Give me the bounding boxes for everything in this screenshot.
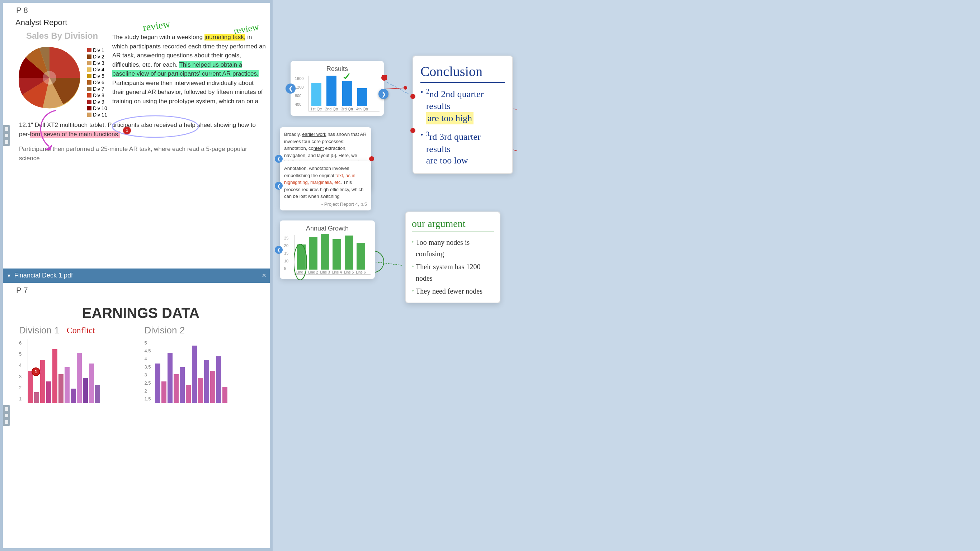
- results-card: ❮ Results 16001200800400 1st Qtr 2nd Qtr: [291, 61, 384, 116]
- conclusion-line1: 2nd 2nd quarter results: [426, 87, 505, 112]
- div1-y-axis: 654321: [19, 339, 26, 403]
- annual-growth-card: ❮ Annual Growth 252015105 Line 1 Line 2: [280, 221, 375, 279]
- conclusion-line2: 3rd 3rd quarter results: [426, 130, 505, 155]
- annual-nav-left[interactable]: ❮: [275, 246, 283, 254]
- toolbar-dot-3: [5, 140, 8, 144]
- pie-chart-title: Sales By Division: [16, 31, 109, 41]
- canvas-area: ❮ Results 16001200800400 1st Qtr 2nd Qtr: [273, 0, 980, 551]
- tab-bar[interactable]: ▼ Financial Deck 1.pdf ×: [3, 268, 270, 283]
- annotation-citation: - Project Report 4, p.5: [284, 202, 367, 207]
- results-card-title: Results: [295, 65, 380, 73]
- analyst-report-title: Analyst Report: [12, 18, 270, 27]
- pie-chart-svg: [16, 44, 84, 112]
- toolbar-strip[interactable]: [3, 125, 10, 146]
- pie-chart-container: Sales By Division: [16, 31, 109, 118]
- tab-triangle-icon: ▼: [6, 273, 11, 279]
- annual-y-axis: 252015105: [284, 235, 293, 275]
- toolbar-dot-2: [5, 134, 8, 137]
- conclusion-line2b: are too low: [426, 155, 505, 166]
- red-circle-2: 1: [32, 367, 40, 376]
- results-nav-left[interactable]: ❮: [286, 84, 296, 94]
- svg-point-6: [404, 86, 407, 90]
- tab-label[interactable]: Financial Deck 1.pdf: [14, 272, 259, 279]
- bar-charts-row: Division 1 Conflict 654321: [12, 325, 270, 403]
- div1-label: Division 1: [19, 325, 60, 336]
- annual-bars: Line 1 Line 2 Line 3 Line 4: [294, 235, 371, 275]
- annual-growth-title: Annual Growth: [284, 225, 371, 232]
- pdf-viewer: P 8 Analyst Report Sales By Division: [0, 0, 273, 551]
- annotation-text: Annotation. Annotation involves embellis…: [284, 165, 367, 200]
- div2-label: Division 2: [145, 325, 263, 336]
- pdf-page-bottom: P 7 EARNINGS DATA Division 1 Conflict 65…: [3, 283, 270, 548]
- svg-point-1: [43, 71, 56, 84]
- annotation-nav-left[interactable]: ❮: [275, 182, 283, 190]
- div2-chart: Division 2 54.543.532.521.5: [145, 325, 263, 403]
- results-bars: 1st Qtr 2nd Qtr 3rd Qtr 4th Qtr: [309, 76, 380, 111]
- svg-marker-2: [45, 144, 52, 150]
- earnings-title: EARNINGS DATA: [12, 298, 270, 325]
- project-nav-left[interactable]: ❮: [275, 155, 283, 163]
- conclusion-card: Conclusion • 2nd 2nd quarter results are…: [412, 56, 513, 174]
- argument-items: ◦ Too many nodes is confusing ◦ Their sy…: [412, 237, 494, 297]
- red-circle-1: 1: [123, 127, 131, 135]
- results-y-axis: 16001200800400: [295, 76, 306, 111]
- page-label-7: P 7: [12, 283, 270, 298]
- bottom-toolbar-strip[interactable]: [3, 405, 10, 426]
- argument-title: our argument: [412, 218, 494, 232]
- pdf-body-text: review The study began with a weeklong j…: [112, 31, 266, 118]
- tab-close-button[interactable]: ×: [262, 272, 266, 279]
- conclusion-title: Conclusion: [420, 64, 505, 79]
- pie-legend: Div 1 Div 2 Div 3 Div 4 Div 5 Div 6 Div …: [87, 44, 107, 118]
- canvas-nav-arrow-right[interactable]: ❯: [379, 89, 388, 99]
- pdf-page-top: P 8 Analyst Report Sales By Division: [3, 3, 270, 268]
- toolbar-dot: [5, 127, 8, 131]
- arrow-annotation: [35, 107, 63, 151]
- page-label-8: P 8: [12, 3, 270, 18]
- annotation-card: ❮ Annotation. Annotation involves embell…: [280, 161, 371, 210]
- svg-line-11: [373, 262, 402, 265]
- conclusion-line1b: are too high: [426, 112, 474, 124]
- div2-y-axis: 54.543.532.521.5: [145, 339, 154, 403]
- div1-chart: Division 1 Conflict 654321: [19, 325, 137, 403]
- argument-card: our argument ◦ Too many nodes is confusi…: [405, 211, 500, 303]
- div2-bars: [155, 339, 228, 403]
- handwritten-conflict: Conflict: [67, 326, 95, 335]
